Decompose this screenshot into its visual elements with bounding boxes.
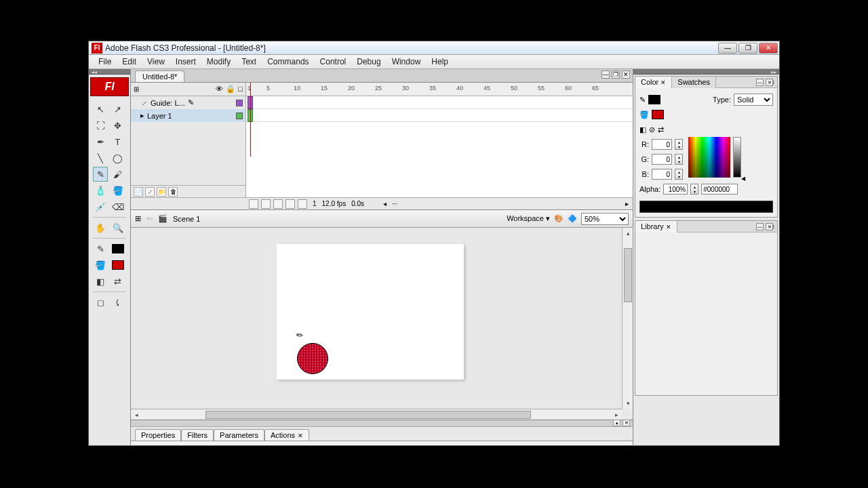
ink-bottle-tool[interactable]: 🧴	[93, 183, 108, 198]
dock-close-button[interactable]: ✕	[623, 420, 630, 426]
new-folder-button[interactable]: 📁	[157, 187, 166, 197]
window-close-button[interactable]: ✕	[759, 43, 778, 54]
fill-mini-swatch[interactable]	[652, 110, 664, 119]
swap-colors-button[interactable]: ⇄	[111, 274, 125, 289]
panel-collapse-button[interactable]: —	[756, 79, 764, 86]
new-guide-button[interactable]: ⟋	[145, 187, 155, 197]
menu-window[interactable]: Window	[387, 56, 427, 68]
menu-text[interactable]: Text	[236, 56, 262, 68]
hex-input[interactable]	[701, 184, 738, 195]
edit-scene-button[interactable]: 🎨	[554, 214, 564, 223]
oval-tool[interactable]: ◯	[111, 150, 125, 165]
vertical-scrollbar[interactable]: ▴ ▾	[622, 228, 633, 409]
delete-layer-button[interactable]: 🗑	[168, 187, 178, 197]
doc-minimize-button[interactable]: —	[601, 70, 610, 79]
tool-option-2[interactable]: ⤹	[111, 295, 125, 310]
lock-column-icon[interactable]: 🔒	[226, 85, 235, 94]
nocolor-icon[interactable]: ⊘	[649, 125, 655, 134]
slider-marker-icon[interactable]: ◀	[741, 176, 745, 182]
layer-row-layer1[interactable]: ▸ Layer 1	[131, 109, 245, 122]
tab-library[interactable]: Library✕	[635, 221, 677, 232]
fill-color-swatch[interactable]	[111, 258, 125, 272]
tool-option-1[interactable]: ◻	[93, 295, 108, 310]
b-spinner[interactable]: ▴▾	[675, 169, 683, 180]
edit-symbol-button[interactable]: 🔷	[568, 214, 577, 223]
bw-mini-icon[interactable]: ◧	[639, 125, 646, 134]
panel-close-button[interactable]: ✕	[766, 223, 773, 230]
stroke-color-icon[interactable]: ✎	[93, 241, 108, 256]
free-transform-tool[interactable]: ⛶	[93, 118, 108, 133]
close-icon[interactable]: ✕	[298, 432, 303, 439]
zoom-tool[interactable]: 🔍	[111, 220, 125, 235]
r-input[interactable]	[652, 139, 672, 150]
v-scroll-thumb[interactable]	[624, 248, 632, 302]
r-spinner[interactable]: ▴▾	[675, 139, 683, 150]
fill-color-icon[interactable]: 🪣	[93, 258, 108, 272]
lightness-slider[interactable]	[733, 137, 741, 178]
menu-debug[interactable]: Debug	[351, 56, 386, 68]
text-tool[interactable]: T	[111, 134, 125, 149]
eraser-tool[interactable]: ⌫	[111, 199, 125, 214]
layer-collapse-icon[interactable]: ⊞	[134, 85, 139, 93]
tab-parameters[interactable]: Parameters	[214, 429, 264, 441]
menu-file[interactable]: File	[93, 56, 117, 68]
window-minimize-button[interactable]: —	[718, 43, 737, 54]
fill-bucket-icon[interactable]: 🪣	[639, 110, 649, 119]
stroke-mini-swatch[interactable]	[648, 95, 660, 104]
alpha-input[interactable]	[663, 184, 688, 195]
gradient-transform-tool[interactable]: ✥	[111, 118, 125, 133]
horizontal-scrollbar[interactable]: ◂ ▸	[131, 409, 622, 420]
doc-close-button[interactable]: ✕	[622, 70, 630, 79]
menu-help[interactable]: Help	[426, 56, 454, 68]
menu-view[interactable]: View	[142, 56, 170, 68]
tab-actions[interactable]: Actions✕	[264, 429, 309, 441]
zoom-select[interactable]: 50%	[581, 213, 629, 225]
menu-insert[interactable]: Insert	[170, 56, 201, 68]
stroke-pencil-icon[interactable]: ✎	[639, 96, 646, 104]
modify-onion-button[interactable]	[298, 199, 307, 209]
paint-bucket-tool[interactable]: 🪣	[111, 183, 125, 198]
alpha-spinner[interactable]: ▴▾	[690, 184, 698, 195]
subselection-tool[interactable]: ↗	[111, 102, 125, 117]
pencil-tool[interactable]: ✎	[93, 167, 108, 182]
type-select[interactable]: Solid	[734, 94, 773, 106]
tab-color[interactable]: Color✕	[635, 77, 672, 88]
back-arrow-icon[interactable]: ⇦	[146, 214, 153, 223]
pen-tool[interactable]: ✒	[93, 134, 108, 149]
color-spectrum[interactable]	[688, 137, 730, 178]
visibility-column-icon[interactable]: 👁	[216, 85, 223, 94]
selection-tool[interactable]: ↖	[93, 102, 108, 117]
toolbox-collapse-icon[interactable]: ◂◂	[92, 69, 97, 75]
panel-close-button[interactable]: ✕	[766, 79, 773, 86]
edit-scene-icon[interactable]: ⊞	[135, 214, 141, 223]
black-white-button[interactable]: ◧	[93, 274, 108, 289]
panel-collapse-button[interactable]: —	[756, 223, 764, 230]
window-maximize-button[interactable]: ❐	[738, 43, 757, 54]
red-circle-shape[interactable]	[297, 343, 328, 374]
stage-area[interactable]: ✎ ▴ ▾ ◂ ▸	[131, 228, 633, 420]
tab-swatches[interactable]: Swatches	[672, 77, 716, 88]
tab-properties[interactable]: Properties	[135, 429, 181, 441]
menu-commands[interactable]: Commands	[262, 56, 314, 68]
playhead[interactable]	[250, 83, 251, 157]
stage-canvas[interactable]	[277, 244, 464, 380]
scroll-up-icon[interactable]: ▴	[623, 228, 633, 239]
dock-expand-button[interactable]: ▴	[613, 420, 620, 426]
menu-modify[interactable]: Modify	[201, 56, 236, 68]
b-input[interactable]	[652, 169, 672, 180]
brush-tool[interactable]: 🖌	[111, 167, 125, 182]
new-layer-button[interactable]: 📄	[134, 187, 143, 197]
onion-skin-button[interactable]	[261, 199, 271, 209]
line-tool[interactable]: ╲	[93, 150, 108, 165]
scroll-left-icon[interactable]: ◂	[131, 409, 142, 420]
h-scroll-thumb[interactable]	[205, 411, 531, 419]
g-spinner[interactable]: ▴▾	[675, 154, 683, 165]
scroll-down-icon[interactable]: ▾	[623, 398, 633, 409]
menu-control[interactable]: Control	[315, 56, 352, 68]
doc-restore-button[interactable]: ❐	[612, 70, 620, 79]
right-dock-collapse-icon[interactable]: ▸▸	[771, 69, 776, 75]
menu-edit[interactable]: Edit	[117, 56, 142, 68]
swap-mini-icon[interactable]: ⇄	[658, 125, 664, 134]
eyedropper-tool[interactable]: 💉	[93, 199, 108, 214]
outline-column-icon[interactable]: □	[238, 85, 243, 94]
